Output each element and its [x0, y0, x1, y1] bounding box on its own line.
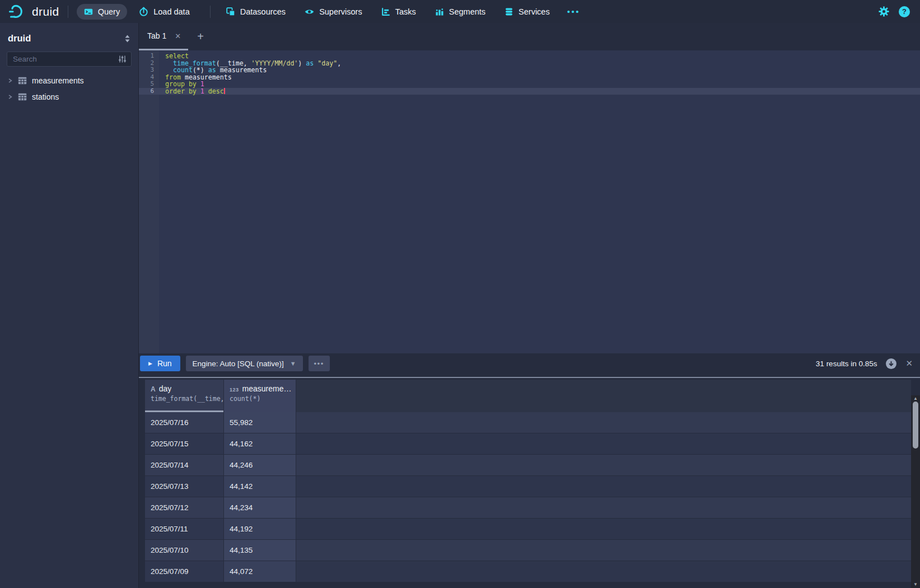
datasources-icon [226, 7, 235, 16]
brand[interactable]: druid [8, 3, 59, 20]
eye-icon [305, 7, 314, 16]
nav-item-label: Segments [449, 7, 485, 16]
text-cursor [224, 88, 225, 94]
results-panel: A day time_format(__time,… 123 measureme… [139, 378, 920, 588]
search-input[interactable] [7, 52, 132, 67]
nav-item-label: Datasources [240, 7, 286, 16]
nav-item-supervisors[interactable]: Supervisors [297, 4, 370, 20]
tree-item-measurements[interactable]: measurements [0, 72, 138, 88]
line-number: 4 [139, 74, 159, 81]
line-number: 2 [139, 60, 159, 67]
results-status-group: 31 results in 0.85s ✕ [816, 358, 920, 369]
top-navbar: druid Query Load data Datasources Superv… [0, 0, 920, 23]
tab-query-1[interactable]: Tab 1 ✕ [139, 23, 188, 50]
run-button[interactable]: ▶ Run [140, 356, 180, 371]
table-icon [18, 77, 27, 85]
editor-gutter: 1 2 3 4 5 6 [139, 50, 159, 353]
chevron-right-icon[interactable] [7, 94, 13, 100]
add-tab-button[interactable]: + [188, 23, 213, 50]
results-scrollbar[interactable]: ▲ ▼ [911, 395, 920, 588]
results-summary: 31 results in 0.85s [816, 360, 877, 368]
upload-icon [139, 7, 148, 16]
code-line: count(*) as measurements [159, 67, 920, 74]
table-row[interactable]: 2025/07/12 44,234 [145, 497, 911, 518]
line-number: 3 [139, 67, 159, 74]
table-row[interactable]: 2025/07/10 44,135 [145, 540, 911, 561]
schema-sidebar: druid measurements [0, 23, 139, 588]
nav-item-label: Services [519, 7, 550, 16]
column-header-measurements[interactable]: 123 measureme… count(*) [224, 380, 296, 412]
brand-name: druid [32, 5, 59, 18]
nav-item-query[interactable]: Query [77, 4, 128, 20]
code-line: time_format(__time, 'YYYY/MM/dd') as "da… [159, 60, 920, 67]
line-number: 1 [139, 53, 159, 60]
scrollbar-thumb[interactable] [913, 402, 918, 449]
tree-item-stations[interactable]: stations [0, 88, 138, 105]
line-number: 5 [139, 81, 159, 88]
nav-item-services[interactable]: Services [497, 4, 557, 20]
table-row[interactable]: 2025/07/14 44,246 [145, 455, 911, 475]
database-icon [505, 7, 513, 16]
nav-item-load-data[interactable]: Load data [132, 3, 197, 20]
tree-item-label: measurements [32, 76, 84, 85]
scroll-up-icon[interactable]: ▲ [911, 396, 920, 401]
results-body: 2025/07/16 55,982 2025/07/15 44,162 2025… [145, 412, 911, 582]
bar-chart-icon [435, 7, 444, 16]
chevron-right-icon[interactable] [7, 78, 13, 83]
engine-label: Engine: Auto [SQL (native)] [193, 360, 284, 368]
nav-item-label: Query [98, 7, 120, 16]
code-area[interactable]: select time_format(__time, 'YYYY/MM/dd')… [159, 50, 920, 353]
code-line: from measurements [159, 74, 920, 81]
nav-item-label: Tasks [395, 7, 416, 16]
sql-editor[interactable]: 1 2 3 4 5 6 select time_format(__time, '… [139, 50, 920, 353]
gantt-icon [381, 7, 390, 16]
table-icon [18, 93, 27, 101]
engine-select[interactable]: Engine: Auto [SQL (native)] ▼ [186, 356, 303, 371]
download-icon[interactable] [886, 358, 896, 369]
query-tabbar: Tab 1 ✕ + [139, 23, 920, 50]
nav-right-group: ? [879, 6, 912, 17]
code-line: group by 1 [159, 81, 920, 88]
play-icon: ▶ [148, 361, 152, 366]
nav-item-datasources[interactable]: Datasources [219, 4, 293, 20]
nav-item-segments[interactable]: Segments [428, 4, 493, 20]
gear-icon[interactable] [879, 6, 889, 17]
line-number-active: 6 [139, 88, 159, 95]
number-type-icon: 123 [230, 387, 239, 393]
druid-logo-icon [8, 3, 27, 20]
results-header-row: A day time_format(__time,… 123 measureme… [145, 380, 911, 412]
run-toolbar: ▶ Run Engine: Auto [SQL (native)] ▼ ••• … [139, 354, 920, 373]
schema-header: druid [0, 23, 138, 50]
table-row[interactable]: 2025/07/15 44,162 [145, 433, 911, 454]
help-icon[interactable]: ? [899, 6, 910, 17]
nav-divider [68, 6, 68, 18]
nav-more-button[interactable]: ••• [562, 3, 586, 20]
close-results-icon[interactable]: ✕ [905, 358, 913, 368]
search-box [7, 52, 132, 67]
nav-item-label: Load data [153, 7, 190, 16]
tab-label: Tab 1 [147, 31, 166, 40]
chevron-down-icon: ▼ [290, 360, 296, 367]
table-row[interactable]: 2025/07/11 44,192 [145, 519, 911, 539]
tab-close-icon[interactable]: ✕ [175, 32, 181, 40]
table-tree: measurements stations [0, 72, 138, 105]
header-filler [296, 380, 911, 412]
console-icon [84, 7, 93, 16]
table-row[interactable]: 2025/07/09 44,072 [145, 561, 911, 582]
filter-sliders-icon[interactable] [118, 55, 127, 63]
schema-title: druid [8, 33, 31, 44]
tree-item-label: stations [32, 92, 59, 101]
string-type-icon: A [151, 385, 156, 393]
sort-icon[interactable] [124, 35, 130, 43]
column-header-day[interactable]: A day time_format(__time,… [145, 380, 223, 412]
table-row[interactable]: 2025/07/16 55,982 [145, 412, 911, 433]
table-row[interactable]: 2025/07/13 44,142 [145, 476, 911, 497]
query-more-button[interactable]: ••• [309, 356, 330, 371]
scroll-down-icon[interactable]: ▼ [911, 582, 920, 587]
nav-divider [210, 6, 211, 18]
nav-item-label: Supervisors [319, 7, 362, 16]
nav-item-tasks[interactable]: Tasks [374, 4, 423, 20]
code-line-active: order by 1 desc [159, 88, 920, 95]
